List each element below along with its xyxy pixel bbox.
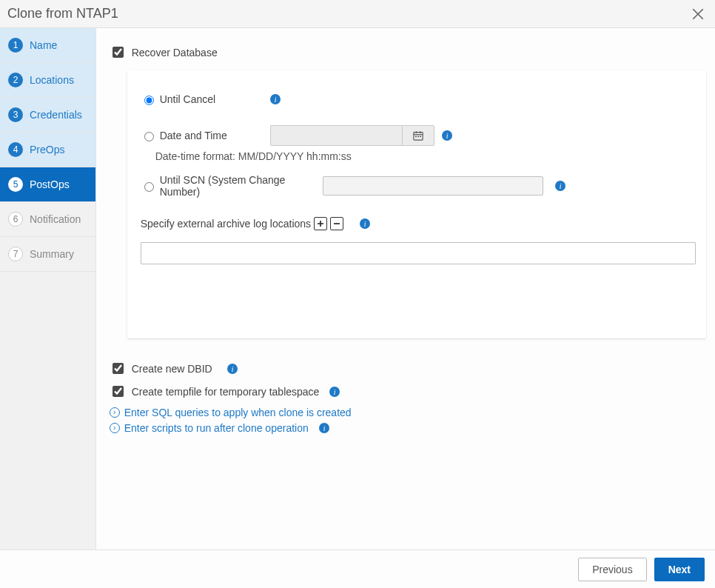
wizard-step-postops[interactable]: 5 PostOps xyxy=(0,167,95,202)
create-tempfile-label: Create tempfile for temporary tablespace xyxy=(132,386,320,398)
archive-location-input[interactable] xyxy=(141,242,696,264)
plus-icon xyxy=(317,220,324,227)
close-icon[interactable] xyxy=(691,7,705,21)
until-scn-radio[interactable] xyxy=(144,182,154,192)
wizard-nav: 1 Name 2 Locations 3 Credentials 4 PreOp… xyxy=(0,28,96,549)
wizard-step-label: Locations xyxy=(30,74,74,86)
info-icon[interactable]: i xyxy=(555,181,565,191)
wizard-step-label: PreOps xyxy=(30,144,64,156)
svg-rect-6 xyxy=(415,136,417,137)
wizard-step-label: Name xyxy=(30,39,57,51)
svg-text:i: i xyxy=(323,424,325,432)
chevron-right-icon: › xyxy=(110,423,120,433)
wizard-step-summary[interactable]: 7 Summary xyxy=(0,237,95,272)
create-tempfile-checkbox[interactable] xyxy=(113,386,124,397)
archive-locations-row: Specify external archive log locations i xyxy=(141,214,694,233)
extra-options: Create new DBID i Create tempfile for te… xyxy=(110,361,705,434)
date-time-radio[interactable] xyxy=(144,132,154,141)
modal-title: Clone from NTAP1 xyxy=(7,6,118,21)
info-icon[interactable]: i xyxy=(360,218,370,229)
svg-text:i: i xyxy=(231,364,233,372)
next-button[interactable]: Next xyxy=(654,558,705,581)
modal-body: 1 Name 2 Locations 3 Credentials 4 PreOp… xyxy=(0,28,715,549)
modal-header: Clone from NTAP1 xyxy=(0,0,715,28)
info-icon[interactable]: i xyxy=(270,94,281,104)
recover-database-label: Recover Database xyxy=(132,47,218,59)
archive-locations-label: Specify external archive log locations xyxy=(141,218,311,230)
chevron-right-icon: › xyxy=(110,407,120,418)
date-time-input[interactable] xyxy=(270,125,402,146)
previous-button[interactable]: Previous xyxy=(578,558,646,581)
create-dbid-checkbox[interactable] xyxy=(113,363,124,374)
recover-database-row: Recover Database xyxy=(110,44,705,60)
calendar-icon xyxy=(413,130,423,141)
svg-text:i: i xyxy=(559,182,561,190)
date-time-row: Date and Time i xyxy=(141,125,694,146)
minus-icon xyxy=(333,220,340,227)
wizard-step-label: PostOps xyxy=(30,178,70,190)
wizard-step-label: Notification xyxy=(30,213,81,225)
until-scn-label: Until SCN (System Change Number) xyxy=(160,174,323,198)
wizard-step-label: Credentials xyxy=(30,109,82,121)
recover-options-card: Until Cancel i Date and Time i xyxy=(127,70,706,338)
date-time-label: Date and Time xyxy=(160,130,227,141)
remove-location-button[interactable] xyxy=(330,217,343,230)
wizard-step-label: Summary xyxy=(30,248,74,260)
enter-scripts-label: Enter scripts to run after clone operati… xyxy=(124,422,309,434)
add-location-button[interactable] xyxy=(314,217,327,230)
calendar-button[interactable] xyxy=(402,125,434,146)
wizard-step-credentials[interactable]: 3 Credentials xyxy=(0,98,95,133)
info-icon[interactable]: i xyxy=(319,423,329,433)
recover-database-checkbox[interactable] xyxy=(113,47,124,58)
scn-input[interactable] xyxy=(323,176,543,196)
clone-wizard-modal: Clone from NTAP1 1 Name 2 Locations 3 Cr… xyxy=(0,0,715,588)
wizard-step-notification[interactable]: 6 Notification xyxy=(0,202,95,237)
modal-footer: Previous Next xyxy=(0,549,715,588)
enter-sql-label: Enter SQL queries to apply when clone is… xyxy=(124,407,352,418)
until-scn-row: Until SCN (System Change Number) i xyxy=(141,174,694,198)
until-cancel-label: Until Cancel xyxy=(160,93,215,105)
until-cancel-row: Until Cancel i xyxy=(141,90,694,109)
until-cancel-radio[interactable] xyxy=(144,96,154,105)
postops-panel: Recover Database Until Cancel i Date and… xyxy=(96,28,715,549)
create-dbid-label: Create new DBID xyxy=(132,363,212,375)
svg-text:i: i xyxy=(446,132,448,140)
wizard-step-name[interactable]: 1 Name xyxy=(0,28,95,63)
enter-sql-link[interactable]: › Enter SQL queries to apply when clone … xyxy=(110,407,705,418)
wizard-step-preops[interactable]: 4 PreOps xyxy=(0,133,95,167)
info-icon[interactable]: i xyxy=(442,130,452,141)
svg-rect-7 xyxy=(417,136,419,137)
date-time-format-hint: Date-time format: MM/DD/YYYY hh:mm:ss xyxy=(141,150,694,162)
svg-text:i: i xyxy=(334,387,336,395)
svg-text:i: i xyxy=(364,220,366,228)
info-icon[interactable]: i xyxy=(227,364,238,374)
svg-text:i: i xyxy=(274,96,276,104)
svg-rect-8 xyxy=(420,136,421,137)
wizard-step-locations[interactable]: 2 Locations xyxy=(0,63,95,98)
info-icon[interactable]: i xyxy=(329,387,340,397)
enter-scripts-link[interactable]: › Enter scripts to run after clone opera… xyxy=(110,422,705,434)
